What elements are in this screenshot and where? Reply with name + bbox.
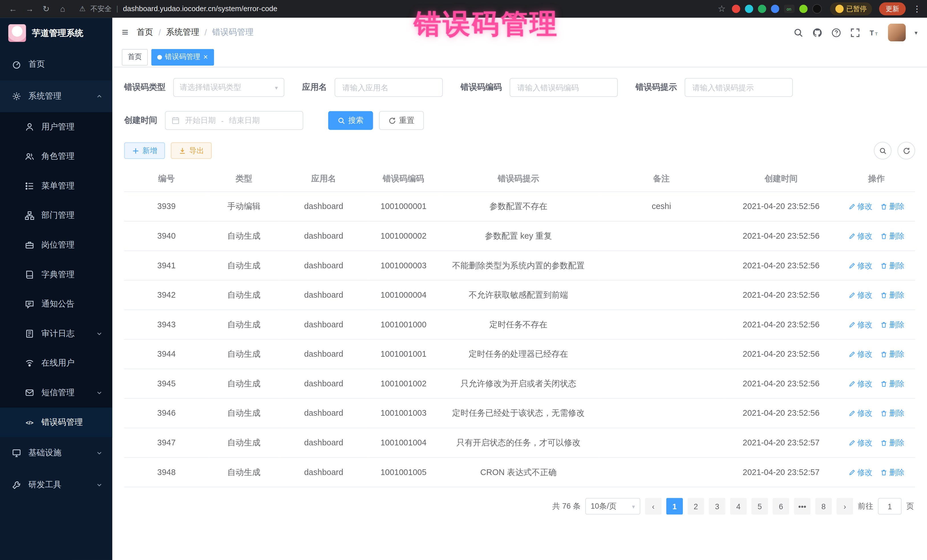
delete-link[interactable]: 删除 bbox=[880, 407, 904, 419]
hamburger-icon[interactable]: ≡ bbox=[122, 26, 128, 39]
sidebar-item-用户管理[interactable]: 用户管理 bbox=[0, 112, 112, 142]
extension-icon[interactable] bbox=[771, 5, 779, 13]
page-button[interactable]: 2 bbox=[688, 498, 704, 514]
edit-link[interactable]: 修改 bbox=[848, 437, 872, 449]
help-icon[interactable] bbox=[831, 27, 841, 37]
sidebar-item-在线用户[interactable]: 在线用户 bbox=[0, 348, 112, 378]
reset-button[interactable]: 重置 bbox=[379, 111, 424, 130]
avatar[interactable] bbox=[888, 24, 906, 41]
export-button[interactable]: 导出 bbox=[171, 142, 212, 159]
search-icon[interactable] bbox=[793, 27, 803, 37]
app-input[interactable] bbox=[334, 78, 443, 97]
page-size-select[interactable]: 10条/页 ▾ bbox=[585, 498, 640, 514]
pager-ellipsis[interactable]: ••• bbox=[794, 498, 811, 514]
add-button[interactable]: 新增 bbox=[124, 142, 165, 159]
cell-actions: 修改 删除 bbox=[838, 221, 915, 251]
refresh-table-button[interactable] bbox=[897, 142, 915, 159]
page-button[interactable]: 3 bbox=[709, 498, 725, 514]
delete-link[interactable]: 删除 bbox=[880, 201, 904, 212]
sidebar-item-系统管理[interactable]: 系统管理 bbox=[0, 80, 112, 112]
goto-page-input[interactable] bbox=[878, 498, 902, 514]
toggle-search-button[interactable] bbox=[874, 142, 891, 159]
page-button[interactable]: 8 bbox=[815, 498, 832, 514]
delete-link[interactable]: 删除 bbox=[880, 260, 904, 271]
error-code-icon: </> bbox=[25, 418, 34, 427]
hint-input[interactable] bbox=[685, 78, 793, 97]
cell-code: 1001001001 bbox=[368, 339, 438, 369]
edit-link[interactable]: 修改 bbox=[848, 378, 872, 389]
bookmark-star-icon[interactable]: ☆ bbox=[718, 3, 726, 14]
prev-page-button[interactable]: ‹ bbox=[645, 498, 661, 514]
search-button[interactable]: 搜索 bbox=[328, 111, 373, 130]
extension-icon[interactable] bbox=[745, 5, 753, 13]
edit-link[interactable]: 修改 bbox=[848, 290, 872, 301]
address-bar[interactable]: ⚠ 不安全 | dashboard.yudao.iocoder.cn/syste… bbox=[79, 4, 278, 14]
main-area: ≡ 首页 / 系统管理 / 错误码管理 bbox=[112, 18, 927, 560]
breadcrumb-home[interactable]: 首页 bbox=[137, 27, 153, 38]
sidebar-item-部门管理[interactable]: 部门管理 bbox=[0, 201, 112, 231]
code-input[interactable] bbox=[510, 78, 618, 97]
page-button[interactable]: 1 bbox=[666, 498, 683, 514]
edit-link[interactable]: 修改 bbox=[848, 201, 872, 212]
sidebar-item-审计日志[interactable]: 审计日志 bbox=[0, 319, 112, 349]
tab-error-code[interactable]: 错误码管理 × bbox=[152, 49, 214, 65]
cell-memo bbox=[598, 428, 725, 458]
edit-link[interactable]: 修改 bbox=[848, 260, 872, 271]
extension-icon[interactable] bbox=[732, 5, 740, 13]
edit-link[interactable]: 修改 bbox=[848, 466, 872, 478]
delete-link[interactable]: 删除 bbox=[880, 348, 904, 360]
delete-link[interactable]: 删除 bbox=[880, 319, 904, 330]
sidebar-item-角色管理[interactable]: 角色管理 bbox=[0, 142, 112, 171]
page-button[interactable]: 5 bbox=[751, 498, 768, 514]
page-size-value: 10条/页 bbox=[591, 501, 617, 511]
table-row: 3941 自动生成 dashboard 1001000003 不能删除类型为系统… bbox=[124, 250, 915, 280]
extension-icon[interactable] bbox=[812, 4, 821, 14]
tab-home-label: 首页 bbox=[128, 52, 142, 62]
sidebar-item-首页[interactable]: 首页 bbox=[0, 49, 112, 80]
tab-close-icon[interactable]: × bbox=[204, 53, 208, 61]
chevron-down-icon: ▾ bbox=[632, 503, 635, 510]
delete-link[interactable]: 删除 bbox=[880, 230, 904, 241]
goto-suffix: 页 bbox=[906, 501, 914, 511]
edit-link[interactable]: 修改 bbox=[848, 407, 872, 419]
browser-home-icon[interactable]: ⌂ bbox=[56, 2, 70, 16]
browser-menu-icon[interactable]: ⋮ bbox=[913, 4, 921, 14]
github-icon[interactable] bbox=[812, 27, 822, 37]
next-page-button[interactable]: › bbox=[837, 498, 853, 514]
sidebar-item-短信管理[interactable]: 短信管理 bbox=[0, 378, 112, 408]
edit-link[interactable]: 修改 bbox=[848, 230, 872, 241]
type-select[interactable]: 请选择错误码类型 ▾ bbox=[173, 78, 284, 97]
date-range-picker[interactable]: 开始日期 - 结束日期 bbox=[165, 111, 303, 130]
sidebar-item-岗位管理[interactable]: 岗位管理 bbox=[0, 231, 112, 260]
page-button[interactable]: 4 bbox=[730, 498, 747, 514]
browser-reload-icon[interactable]: ↻ bbox=[39, 2, 53, 16]
edit-link[interactable]: 修改 bbox=[848, 348, 872, 360]
post-icon bbox=[25, 240, 34, 250]
browser-back-icon[interactable]: ← bbox=[6, 2, 20, 16]
browser-forward-icon[interactable]: → bbox=[23, 2, 37, 16]
delete-link[interactable]: 删除 bbox=[880, 378, 904, 389]
tab-home[interactable]: 首页 bbox=[122, 49, 148, 65]
delete-link[interactable]: 删除 bbox=[880, 437, 904, 449]
sidebar-item-通知公告[interactable]: 通知公告 bbox=[0, 290, 112, 319]
sidebar-item-错误码管理[interactable]: </> 错误码管理 bbox=[0, 407, 112, 437]
delete-link[interactable]: 删除 bbox=[880, 466, 904, 478]
font-size-icon[interactable]: TT bbox=[869, 27, 879, 37]
fullscreen-icon[interactable] bbox=[850, 27, 860, 37]
sidebar-item-菜单管理[interactable]: 菜单管理 bbox=[0, 171, 112, 201]
paused-label: 已暂停 bbox=[846, 5, 867, 14]
delete-link[interactable]: 删除 bbox=[880, 290, 904, 301]
sidebar-item-研发工具[interactable]: 研发工具 bbox=[0, 469, 112, 501]
extension-icon[interactable]: on bbox=[784, 5, 794, 13]
edit-link[interactable]: 修改 bbox=[848, 319, 872, 330]
page-button[interactable]: 6 bbox=[773, 498, 789, 514]
logo[interactable]: 芋道管理系统 bbox=[0, 18, 112, 49]
extension-icon[interactable] bbox=[799, 5, 807, 13]
avatar-caret-down-icon[interactable]: ▾ bbox=[915, 29, 917, 36]
extension-icon[interactable] bbox=[758, 5, 766, 13]
sidebar-item-字典管理[interactable]: 字典管理 bbox=[0, 260, 112, 290]
profile-paused-badge[interactable]: 已暂停 bbox=[830, 2, 872, 15]
browser-update-button[interactable]: 更新 bbox=[879, 2, 906, 15]
breadcrumb-system[interactable]: 系统管理 bbox=[166, 27, 199, 38]
sidebar-item-基础设施[interactable]: 基础设施 bbox=[0, 437, 112, 469]
